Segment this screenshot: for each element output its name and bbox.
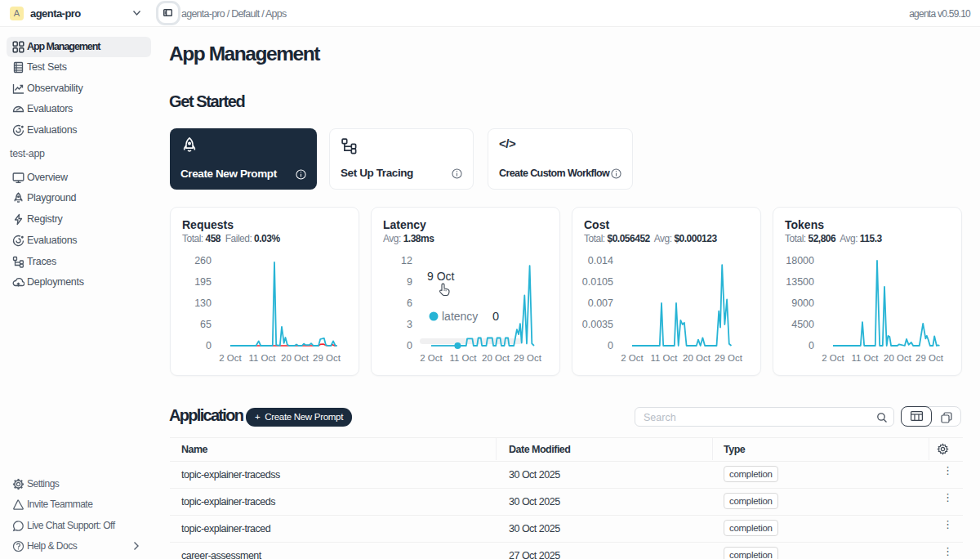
svg-text:20 Oct: 20 Oct	[683, 353, 711, 363]
svg-text:13500: 13500	[786, 276, 814, 288]
svg-text:0: 0	[492, 310, 499, 323]
svg-text:11 Oct: 11 Oct	[851, 353, 879, 363]
svg-text:11 Oct: 11 Oct	[248, 353, 276, 363]
svg-text:11 Oct: 11 Oct	[449, 353, 477, 363]
svg-text:9 Oct: 9 Oct	[427, 270, 455, 283]
svg-text:29 Oct: 29 Oct	[715, 353, 743, 363]
svg-text:0: 0	[407, 340, 412, 351]
svg-text:18000: 18000	[786, 255, 814, 266]
svg-text:3: 3	[407, 319, 412, 330]
svg-text:2 Oct: 2 Oct	[219, 353, 242, 363]
svg-text:195: 195	[194, 276, 212, 288]
svg-text:0: 0	[206, 340, 212, 351]
svg-text:12: 12	[401, 255, 412, 266]
svg-text:0: 0	[808, 340, 814, 351]
svg-text:0.0035: 0.0035	[582, 319, 613, 330]
svg-text:260: 260	[194, 255, 212, 266]
svg-text:0: 0	[608, 340, 613, 351]
svg-text:6: 6	[407, 297, 412, 309]
svg-text:65: 65	[200, 319, 212, 330]
svg-text:0.014: 0.014	[588, 255, 613, 266]
svg-text:0.0105: 0.0105	[582, 276, 613, 288]
svg-text:20 Oct: 20 Oct	[482, 353, 510, 363]
svg-text:20 Oct: 20 Oct	[281, 353, 310, 363]
svg-text:11 Oct: 11 Oct	[650, 353, 678, 363]
svg-text:4500: 4500	[791, 319, 814, 330]
svg-text:29 Oct: 29 Oct	[514, 353, 542, 363]
svg-text:130: 130	[194, 297, 212, 309]
svg-text:2 Oct: 2 Oct	[822, 353, 844, 363]
svg-text:2 Oct: 2 Oct	[621, 353, 644, 363]
svg-text:latency: latency	[442, 310, 478, 323]
svg-text:29 Oct: 29 Oct	[313, 353, 341, 363]
svg-text:2 Oct: 2 Oct	[420, 353, 443, 363]
svg-text:20 Oct: 20 Oct	[884, 353, 912, 363]
svg-text:9000: 9000	[791, 297, 814, 309]
svg-text:29 Oct: 29 Oct	[915, 353, 944, 363]
svg-text:9: 9	[407, 276, 412, 288]
svg-text:0.007: 0.007	[588, 297, 613, 309]
